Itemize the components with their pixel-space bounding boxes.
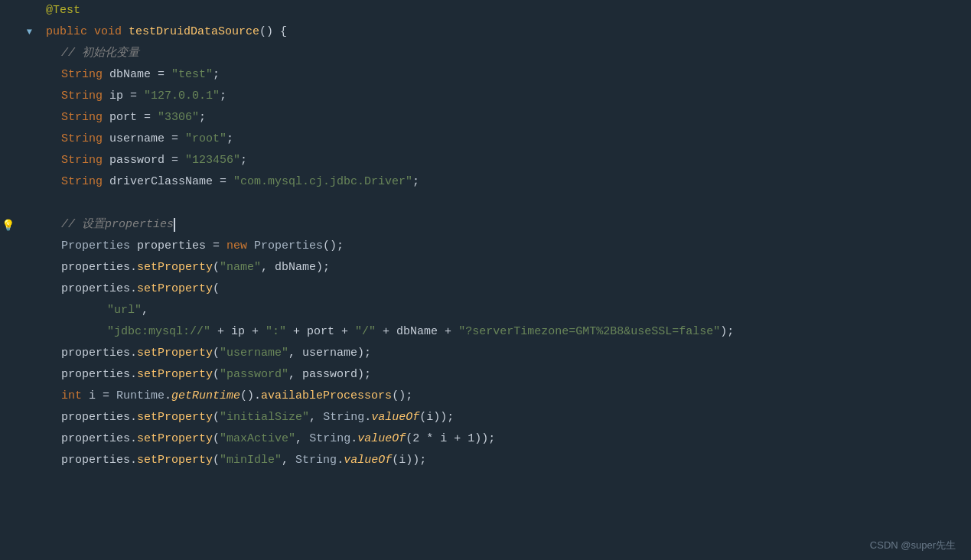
gutter-line-20 (0, 407, 34, 428)
code-line-21: properties. setProperty ( "maxActive" , … (46, 428, 971, 450)
code-line-9: String driverClassName = "com.mysql.cj.j… (46, 171, 971, 193)
gutter-line-21 (0, 428, 34, 450)
code-line-2: public void testDruidDataSource () { (46, 21, 971, 43)
token-comment-1: // 初始化变量 (61, 43, 139, 64)
text-cursor (174, 218, 175, 232)
code-line-16: "jdbc:mysql://" + ip + ":" + port + "/" … (46, 321, 971, 343)
gutter-line-4 (0, 64, 34, 86)
gutter-line-8 (0, 150, 34, 171)
token-void: void (94, 21, 122, 43)
code-line-12: Properties properties = new Properties (… (46, 236, 971, 257)
code-line-8: String password = "123456" ; (46, 150, 971, 171)
gutter-line-6 (0, 107, 34, 129)
code-line-3: // 初始化变量 (46, 43, 971, 64)
gutter-line-9 (0, 171, 34, 193)
code-area: @Test public void testDruidDataSource ()… (38, 0, 971, 560)
token-parens: () { (259, 21, 287, 43)
code-line-1: @Test (46, 0, 971, 21)
line-number-gutter: ▼ 💡 (0, 0, 38, 560)
code-line-4: String dbName = "test" ; (46, 64, 971, 86)
token-method-name: testDruidDataSource (129, 21, 259, 43)
gutter-line-5 (0, 86, 34, 107)
code-line-14: properties. setProperty ( (46, 278, 971, 300)
code-line-11: // 设置properties (46, 214, 971, 236)
gutter-line-22 (0, 450, 34, 471)
gutter-line-17 (0, 343, 34, 364)
watermark: CSDN @super先生 (870, 539, 956, 552)
gutter-line-16 (0, 321, 34, 343)
gutter-line-3 (0, 43, 34, 64)
code-line-7: String username = "root" ; (46, 129, 971, 150)
gutter-line-14 (0, 278, 34, 300)
gutter-line-1 (0, 0, 34, 21)
token-space2 (122, 21, 129, 43)
gutter-line-11: 💡 (0, 214, 34, 236)
token-space (87, 21, 94, 43)
code-line-13: properties. setProperty ( "name" , dbNam… (46, 257, 971, 278)
gutter-line-10 (0, 193, 34, 214)
gutter-line-19 (0, 386, 34, 407)
gutter-line-2: ▼ (0, 21, 34, 43)
code-line-20: properties. setProperty ( "initialSize" … (46, 407, 971, 428)
token-annotation: @Test (46, 0, 80, 21)
code-line-18: properties. setProperty ( "password" , p… (46, 364, 971, 386)
bulb-icon: 💡 (2, 219, 15, 232)
code-line-5: String ip = "127.0.0.1" ; (46, 86, 971, 107)
gutter-line-7 (0, 129, 34, 150)
token-string-type1: String (61, 64, 103, 86)
gutter-line-12 (0, 236, 34, 257)
token-comment-2: // 设置properties (61, 214, 174, 236)
code-line-19: int i = Runtime . getRuntime (). availab… (46, 386, 971, 407)
token-public: public (46, 21, 87, 43)
gutter-line-13 (0, 257, 34, 278)
editor-container: ▼ 💡 @Test public voi (0, 0, 971, 560)
gutter-line-15 (0, 300, 34, 321)
collapse-arrow: ▼ (27, 27, 32, 37)
code-line-10 (46, 193, 971, 214)
gutter-line-18 (0, 364, 34, 386)
code-line-17: properties. setProperty ( "username" , u… (46, 343, 971, 364)
code-line-15: "url" , (46, 300, 971, 321)
code-line-6: String port = "3306" ; (46, 107, 971, 129)
code-line-22: properties. setProperty ( "minIdle" , St… (46, 450, 971, 471)
